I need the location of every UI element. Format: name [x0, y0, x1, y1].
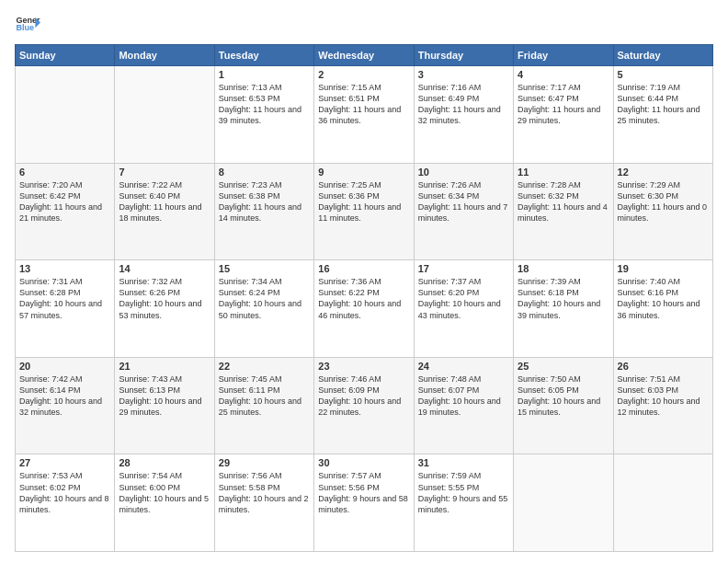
- day-info: Sunrise: 7:59 AM Sunset: 5:55 PM Dayligh…: [418, 470, 509, 515]
- day-info: Sunrise: 7:17 AM Sunset: 6:47 PM Dayligh…: [518, 82, 609, 127]
- calendar-cell: 3Sunrise: 7:16 AM Sunset: 6:49 PM Daylig…: [414, 66, 513, 164]
- calendar-header-row: SundayMondayTuesdayWednesdayThursdayFrid…: [16, 45, 713, 66]
- day-info: Sunrise: 7:53 AM Sunset: 6:02 PM Dayligh…: [19, 470, 110, 515]
- day-number: 27: [19, 457, 110, 468]
- day-number: 13: [19, 263, 110, 274]
- calendar-cell: 19Sunrise: 7:40 AM Sunset: 6:16 PM Dayli…: [613, 260, 712, 358]
- calendar-cell: 5Sunrise: 7:19 AM Sunset: 6:44 PM Daylig…: [613, 66, 712, 164]
- day-info: Sunrise: 7:26 AM Sunset: 6:34 PM Dayligh…: [418, 179, 509, 224]
- day-number: 30: [318, 457, 409, 468]
- day-info: Sunrise: 7:25 AM Sunset: 6:36 PM Dayligh…: [318, 179, 409, 224]
- day-number: 6: [19, 167, 110, 178]
- day-info: Sunrise: 7:32 AM Sunset: 6:26 PM Dayligh…: [119, 276, 210, 321]
- day-number: 25: [518, 361, 609, 372]
- day-number: 7: [119, 167, 210, 178]
- day-info: Sunrise: 7:28 AM Sunset: 6:32 PM Dayligh…: [518, 179, 609, 224]
- calendar-cell: 1Sunrise: 7:13 AM Sunset: 6:53 PM Daylig…: [214, 66, 313, 164]
- calendar-week-row: 20Sunrise: 7:42 AM Sunset: 6:14 PM Dayli…: [16, 357, 713, 454]
- calendar-cell: 15Sunrise: 7:34 AM Sunset: 6:24 PM Dayli…: [214, 260, 313, 358]
- calendar-cell: 17Sunrise: 7:37 AM Sunset: 6:20 PM Dayli…: [414, 260, 513, 358]
- day-info: Sunrise: 7:43 AM Sunset: 6:13 PM Dayligh…: [119, 373, 210, 419]
- day-of-week-header: Wednesday: [314, 45, 414, 66]
- day-info: Sunrise: 7:39 AM Sunset: 6:18 PM Dayligh…: [518, 276, 609, 321]
- day-info: Sunrise: 7:45 AM Sunset: 6:11 PM Dayligh…: [219, 373, 310, 419]
- calendar-cell: [16, 66, 115, 164]
- day-number: 1: [219, 69, 310, 80]
- day-of-week-header: Monday: [115, 45, 214, 66]
- calendar-cell: 25Sunrise: 7:50 AM Sunset: 6:05 PM Dayli…: [514, 357, 613, 454]
- day-of-week-header: Tuesday: [214, 45, 313, 66]
- day-number: 14: [119, 263, 210, 274]
- day-number: 18: [518, 263, 609, 274]
- calendar-cell: 18Sunrise: 7:39 AM Sunset: 6:18 PM Dayli…: [514, 260, 613, 358]
- calendar-cell: 14Sunrise: 7:32 AM Sunset: 6:26 PM Dayli…: [115, 260, 214, 358]
- calendar-week-row: 1Sunrise: 7:13 AM Sunset: 6:53 PM Daylig…: [16, 66, 713, 164]
- day-number: 29: [219, 457, 310, 468]
- day-of-week-header: Thursday: [414, 45, 513, 66]
- calendar-cell: 13Sunrise: 7:31 AM Sunset: 6:28 PM Dayli…: [16, 260, 115, 358]
- calendar-cell: [514, 454, 613, 552]
- day-number: 4: [518, 69, 609, 80]
- day-number: 16: [318, 263, 409, 274]
- day-info: Sunrise: 7:20 AM Sunset: 6:42 PM Dayligh…: [19, 179, 110, 224]
- calendar-cell: 27Sunrise: 7:53 AM Sunset: 6:02 PM Dayli…: [16, 454, 115, 552]
- calendar-cell: 8Sunrise: 7:23 AM Sunset: 6:38 PM Daylig…: [214, 163, 313, 260]
- day-info: Sunrise: 7:31 AM Sunset: 6:28 PM Dayligh…: [19, 276, 110, 321]
- day-number: 11: [518, 167, 609, 178]
- day-number: 24: [418, 361, 509, 372]
- day-info: Sunrise: 7:56 AM Sunset: 5:58 PM Dayligh…: [219, 470, 310, 515]
- day-of-week-header: Sunday: [16, 45, 115, 66]
- day-info: Sunrise: 7:37 AM Sunset: 6:20 PM Dayligh…: [418, 276, 509, 321]
- day-info: Sunrise: 7:57 AM Sunset: 5:56 PM Dayligh…: [318, 470, 409, 515]
- calendar-cell: 21Sunrise: 7:43 AM Sunset: 6:13 PM Dayli…: [115, 357, 214, 454]
- day-info: Sunrise: 7:51 AM Sunset: 6:03 PM Dayligh…: [618, 373, 709, 419]
- day-info: Sunrise: 7:50 AM Sunset: 6:05 PM Dayligh…: [518, 373, 609, 419]
- day-number: 10: [418, 167, 509, 178]
- day-number: 15: [219, 263, 310, 274]
- calendar-table: SundayMondayTuesdayWednesdayThursdayFrid…: [15, 44, 713, 552]
- header: General Blue: [15, 11, 713, 37]
- day-number: 5: [618, 69, 709, 80]
- day-number: 2: [318, 69, 409, 80]
- day-number: 9: [318, 167, 409, 178]
- day-number: 21: [119, 361, 210, 372]
- day-number: 17: [418, 263, 509, 274]
- day-number: 22: [219, 361, 310, 372]
- calendar-cell: 28Sunrise: 7:54 AM Sunset: 6:00 PM Dayli…: [115, 454, 214, 552]
- calendar-cell: 10Sunrise: 7:26 AM Sunset: 6:34 PM Dayli…: [414, 163, 513, 260]
- calendar-week-row: 13Sunrise: 7:31 AM Sunset: 6:28 PM Dayli…: [16, 260, 713, 358]
- day-info: Sunrise: 7:13 AM Sunset: 6:53 PM Dayligh…: [219, 82, 310, 127]
- day-number: 20: [19, 361, 110, 372]
- calendar-cell: 6Sunrise: 7:20 AM Sunset: 6:42 PM Daylig…: [16, 163, 115, 260]
- day-info: Sunrise: 7:16 AM Sunset: 6:49 PM Dayligh…: [418, 82, 509, 127]
- day-of-week-header: Friday: [514, 45, 613, 66]
- calendar-cell: 7Sunrise: 7:22 AM Sunset: 6:40 PM Daylig…: [115, 163, 214, 260]
- day-info: Sunrise: 7:54 AM Sunset: 6:00 PM Dayligh…: [119, 470, 210, 515]
- calendar-week-row: 6Sunrise: 7:20 AM Sunset: 6:42 PM Daylig…: [16, 163, 713, 260]
- day-info: Sunrise: 7:46 AM Sunset: 6:09 PM Dayligh…: [318, 373, 409, 419]
- calendar-cell: 22Sunrise: 7:45 AM Sunset: 6:11 PM Dayli…: [214, 357, 313, 454]
- calendar-cell: [613, 454, 712, 552]
- day-info: Sunrise: 7:36 AM Sunset: 6:22 PM Dayligh…: [318, 276, 409, 321]
- day-number: 19: [618, 263, 709, 274]
- day-info: Sunrise: 7:42 AM Sunset: 6:14 PM Dayligh…: [19, 373, 110, 419]
- calendar-cell: 20Sunrise: 7:42 AM Sunset: 6:14 PM Dayli…: [16, 357, 115, 454]
- calendar-cell: [115, 66, 214, 164]
- calendar-cell: 31Sunrise: 7:59 AM Sunset: 5:55 PM Dayli…: [414, 454, 513, 552]
- day-info: Sunrise: 7:19 AM Sunset: 6:44 PM Dayligh…: [618, 82, 709, 127]
- day-info: Sunrise: 7:40 AM Sunset: 6:16 PM Dayligh…: [618, 276, 709, 321]
- day-info: Sunrise: 7:22 AM Sunset: 6:40 PM Dayligh…: [119, 179, 210, 224]
- day-number: 26: [618, 361, 709, 372]
- calendar-cell: 11Sunrise: 7:28 AM Sunset: 6:32 PM Dayli…: [514, 163, 613, 260]
- calendar-week-row: 27Sunrise: 7:53 AM Sunset: 6:02 PM Dayli…: [16, 454, 713, 552]
- svg-text:Blue: Blue: [16, 23, 34, 32]
- logo: General Blue: [15, 11, 40, 37]
- day-number: 28: [119, 457, 210, 468]
- day-of-week-header: Saturday: [613, 45, 712, 66]
- day-info: Sunrise: 7:29 AM Sunset: 6:30 PM Dayligh…: [618, 179, 709, 224]
- day-number: 8: [219, 167, 310, 178]
- day-number: 23: [318, 361, 409, 372]
- page: General Blue SundayMondayTuesdayWednesda…: [0, 0, 728, 563]
- day-info: Sunrise: 7:34 AM Sunset: 6:24 PM Dayligh…: [219, 276, 310, 321]
- calendar-cell: 29Sunrise: 7:56 AM Sunset: 5:58 PM Dayli…: [214, 454, 313, 552]
